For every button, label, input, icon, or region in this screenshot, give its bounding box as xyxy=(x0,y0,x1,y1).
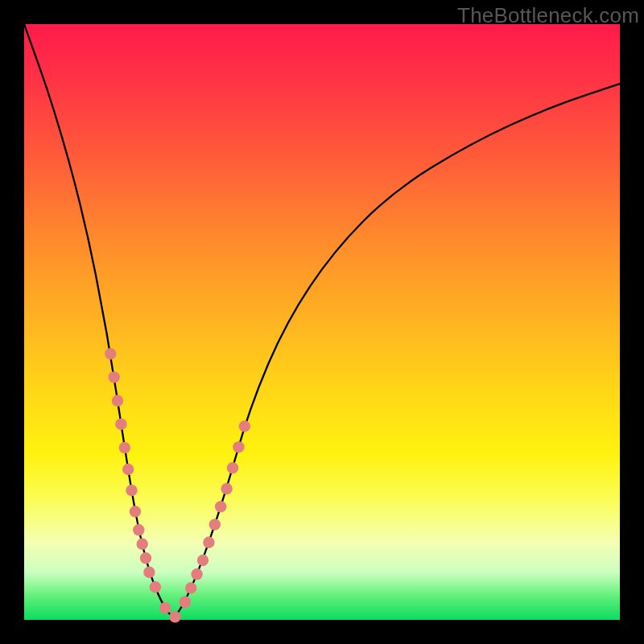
plot-area xyxy=(24,24,620,620)
curve-marker xyxy=(233,441,244,452)
curve-marker xyxy=(191,568,202,580)
curve-markers xyxy=(105,348,250,622)
curve-marker xyxy=(140,552,151,564)
curve-marker xyxy=(137,539,148,550)
curve-marker xyxy=(130,506,141,517)
curve-marker xyxy=(143,567,155,578)
curve-marker xyxy=(197,555,208,566)
curve-layer xyxy=(24,24,620,620)
curve-marker xyxy=(126,485,137,496)
curve-marker xyxy=(203,537,214,548)
curve-marker xyxy=(215,501,226,512)
curve-marker xyxy=(209,518,221,530)
curve-marker xyxy=(227,462,238,473)
curve-marker xyxy=(221,483,232,494)
curve-marker xyxy=(169,611,180,622)
curve-marker xyxy=(109,371,120,382)
curve-marker xyxy=(105,348,116,359)
chart-frame: TheBottleneck.com xyxy=(0,0,644,644)
curve-marker xyxy=(133,524,144,535)
curve-marker xyxy=(122,464,134,475)
curve-marker xyxy=(185,582,196,593)
curve-marker xyxy=(239,420,250,431)
curve-marker xyxy=(115,419,126,430)
curve-marker xyxy=(159,602,171,613)
curve-marker xyxy=(150,581,161,592)
bottleneck-curve xyxy=(24,24,620,615)
curve-marker xyxy=(112,395,123,407)
curve-marker xyxy=(119,442,130,453)
curve-marker xyxy=(180,597,191,608)
